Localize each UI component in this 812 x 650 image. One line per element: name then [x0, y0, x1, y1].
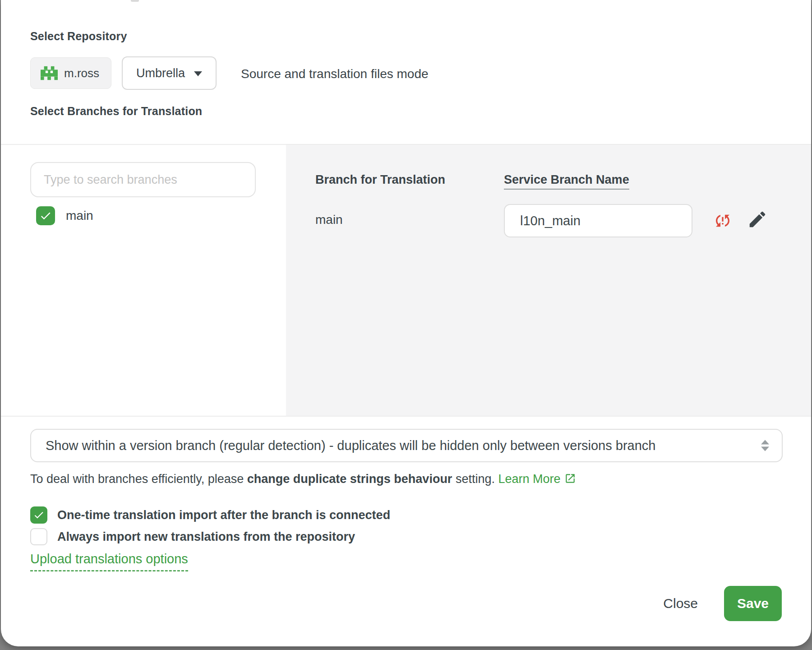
one-time-import-checkbox[interactable] [30, 506, 47, 524]
repository-dropdown-value: Umbrella [136, 66, 185, 80]
save-button[interactable]: Save [724, 586, 782, 621]
repository-dropdown[interactable]: Umbrella [122, 56, 217, 90]
branch-name-label: main [66, 209, 93, 223]
help-prefix: To deal with branches efficiently, pleas… [30, 472, 247, 486]
help-bold: change duplicate strings behaviour [247, 472, 452, 486]
chevron-down-icon [194, 71, 202, 76]
help-suffix: setting. [452, 472, 498, 486]
service-branch-name-input[interactable] [504, 204, 692, 237]
external-link-icon[interactable] [564, 473, 576, 484]
column-header-branch: Branch for Translation [315, 173, 445, 187]
branch-search-input[interactable] [30, 162, 256, 197]
always-import-checkbox[interactable] [30, 528, 47, 545]
select-repository-title: Select Repository [30, 30, 127, 43]
close-button[interactable]: Close [663, 596, 698, 611]
check-icon [33, 509, 45, 521]
always-import-label: Always import new translations from the … [57, 530, 355, 544]
files-mode-text: Source and translation files mode [241, 67, 429, 81]
check-icon [39, 209, 52, 222]
branch-list-item-main[interactable]: main [36, 206, 93, 225]
always-import-option[interactable]: Always import new translations from the … [30, 528, 355, 545]
edit-pencil-icon[interactable] [747, 209, 768, 230]
bottom-divider [1, 416, 811, 417]
upload-translations-options-link[interactable]: Upload translations options [30, 552, 188, 571]
learn-more-link[interactable]: Learn More [498, 472, 560, 486]
sync-problem-icon[interactable] [714, 212, 732, 230]
repository-owner-chip[interactable]: m.ross [30, 57, 111, 89]
duplicates-help-text: To deal with branches efficiently, pleas… [30, 472, 576, 486]
top-edge-artifact [131, 0, 139, 2]
branch-checkbox[interactable] [36, 206, 55, 225]
select-branches-title: Select Branches for Translation [30, 105, 202, 118]
column-header-service-branch[interactable]: Service Branch Name [504, 173, 629, 187]
one-time-import-label: One-time translation import after the br… [57, 508, 390, 522]
connect-repository-dialog: Select Repository m.ross Umbrella Source… [1, 0, 811, 646]
select-spinner-icon [761, 440, 769, 451]
repository-owner-name: m.ross [64, 66, 99, 80]
branch-table-panel: Branch for Translation Service Branch Na… [286, 145, 811, 416]
duplicate-strings-select[interactable]: Show within a version branch (regular de… [30, 429, 783, 462]
dialog-footer: Close Save [663, 586, 782, 621]
duplicate-strings-select-value: Show within a version branch (regular de… [46, 438, 655, 453]
one-time-import-option[interactable]: One-time translation import after the br… [30, 506, 390, 524]
branch-row-name: main [315, 213, 343, 227]
identicon-avatar [41, 65, 58, 81]
